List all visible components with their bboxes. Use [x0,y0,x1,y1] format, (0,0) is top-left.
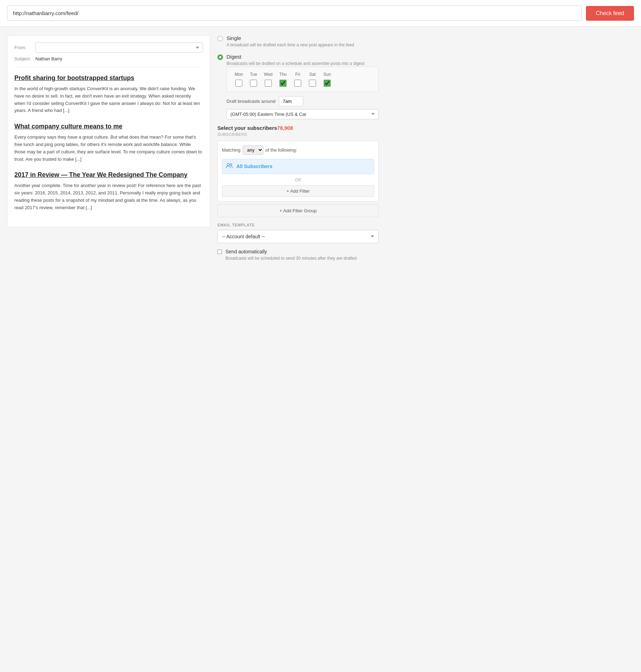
from-row: From: [14,42,203,53]
email-preview: From: Subject: Nathan Barry Profit shari… [7,35,210,227]
sun-checkbox[interactable] [324,80,331,87]
send-auto-desc: Broadcasts will be scheduled to send 30 … [225,255,357,261]
single-desc: A broadcast will be drafted each time a … [227,42,354,48]
timezone-select[interactable]: (GMT-05:00) Eastern Time (US & Car [227,109,379,119]
subject-row: Subject: Nathan Barry [14,56,203,61]
subscribers-heading: Select your subscribers [217,125,277,131]
sat-checkbox-wrap [306,80,319,87]
subscribers-count: 78,908 [277,125,293,131]
digest-label: Digest [227,54,379,60]
subscribers-sub: SUBSCRIBERS [217,132,379,137]
subject-label: Subject: [14,56,35,61]
wed-checkbox[interactable] [265,80,272,87]
subscribers-icon [226,163,233,170]
email-template-section: EMAIL TEMPLATE -- Account default -- [217,223,379,243]
subject-value: Nathan Barry [35,56,62,61]
fri-checkbox-wrap [291,80,304,87]
thu-checkbox[interactable] [279,80,286,87]
mon-checkbox[interactable] [235,80,242,87]
single-radio[interactable] [217,36,223,41]
from-select[interactable] [35,42,203,53]
send-auto-label: Send automatically [225,249,357,254]
days-grid: Mon Tue Wed Thu Fri Sat Sun [227,67,379,92]
following-label: of the following: [265,147,297,153]
wed-checkbox-wrap [262,80,275,87]
feed-url-input[interactable] [7,6,582,21]
or-divider: OR [222,178,374,182]
day-fri: Fri [291,72,304,77]
single-label: Single [227,35,354,41]
matching-select[interactable]: any all [243,145,263,155]
all-subscribers-row: All Subscribers [222,159,374,174]
subscribers-section: Select your subscribers78,908 SUBSCRIBER… [217,125,379,217]
post-1: Profit sharing for bootstrapped startups… [14,74,203,114]
sat-checkbox[interactable] [309,80,316,87]
tue-checkbox-wrap [247,80,260,87]
all-subscribers-label[interactable]: All Subscribers [236,164,272,169]
post-1-title[interactable]: Profit sharing for bootstrapped startups [14,74,203,82]
add-filter-group-button[interactable]: + Add Filter Group [217,204,379,217]
digest-option: Digest Broadcasts will be drafted on a s… [217,54,379,119]
fri-checkbox[interactable] [294,80,301,87]
day-sun: Sun [321,72,333,77]
top-bar: Check feed [0,0,641,27]
thu-checkbox-wrap [277,80,289,87]
day-tue: Tue [247,72,260,77]
from-label: From: [14,45,35,50]
matching-label: Matching [222,147,241,153]
draft-time-input[interactable] [279,96,303,106]
single-option: Single A broadcast will be drafted each … [217,35,379,48]
template-select[interactable]: -- Account default -- [217,230,379,243]
add-filter-button[interactable]: + Add Filter [222,185,374,197]
days-header: Mon Tue Wed Thu Fri Sat Sun [232,72,373,77]
post-1-excerpt: In the world of high-growth startups Con… [14,85,203,114]
digest-desc: Broadcasts will be drafted on a schedule… [227,61,379,67]
check-feed-button[interactable]: Check feed [586,6,634,21]
draft-time-row: Draft broadcasts around [227,96,379,106]
days-checkboxes [232,80,373,87]
day-wed: Wed [262,72,275,77]
send-auto-section: Send automatically Broadcasts will be sc… [217,249,379,261]
left-panel: From: Subject: Nathan Barry Profit shari… [7,35,210,261]
svg-point-0 [227,163,230,166]
day-sat: Sat [306,72,319,77]
filter-box: Matching any all of the following: [217,141,379,201]
post-2-excerpt: Every company says they have a great cul… [14,134,203,163]
right-panel: Single A broadcast will be drafted each … [217,35,379,261]
post-3-title[interactable]: 2017 in Review — The Year We Redesigned … [14,171,203,179]
svg-point-1 [230,164,232,165]
post-2-title[interactable]: What company culture means to me [14,123,203,130]
email-template-label: EMAIL TEMPLATE [217,223,379,227]
day-mon: Mon [232,72,245,77]
post-2: What company culture means to me Every c… [14,123,203,163]
matching-row: Matching any all of the following: [222,145,374,155]
divider [14,67,203,67]
digest-radio[interactable] [217,54,223,60]
draft-around-label: Draft broadcasts around [227,99,275,104]
mon-checkbox-wrap [232,80,245,87]
day-thu: Thu [277,72,289,77]
sun-checkbox-wrap [321,80,333,87]
tue-checkbox[interactable] [250,80,257,87]
post-3: 2017 in Review — The Year We Redesigned … [14,171,203,211]
main-layout: From: Subject: Nathan Barry Profit shari… [0,27,386,270]
post-3-excerpt: Another year complete. Time for another … [14,182,203,211]
send-auto-checkbox[interactable] [217,249,222,254]
